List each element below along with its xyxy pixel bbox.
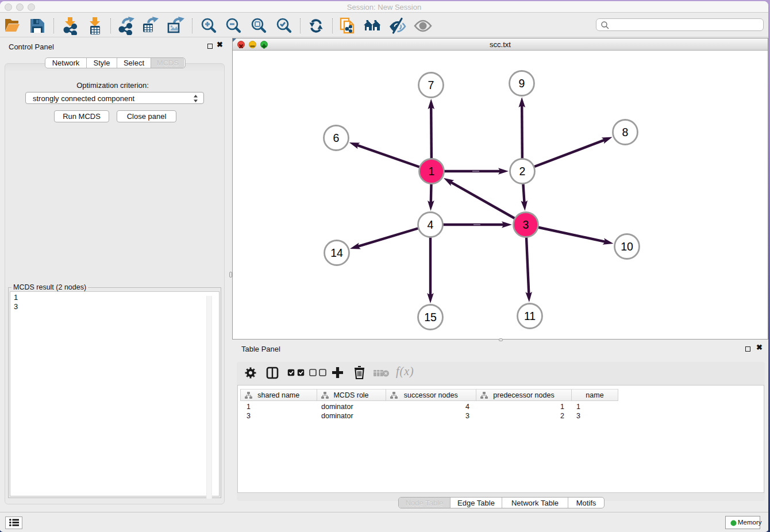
svg-text:7: 7 [428, 79, 434, 91]
svg-text:11: 11 [524, 310, 536, 322]
svg-text:4: 4 [428, 218, 434, 231]
svg-text:2: 2 [519, 165, 526, 178]
svg-text:8: 8 [622, 126, 629, 138]
svg-text:15: 15 [424, 311, 437, 323]
svg-text:1: 1 [429, 165, 435, 178]
svg-text:10: 10 [621, 240, 633, 253]
svg-text:3: 3 [523, 218, 529, 231]
svg-text:6: 6 [333, 132, 340, 144]
svg-text:9: 9 [519, 77, 525, 90]
svg-text:14: 14 [330, 246, 343, 259]
